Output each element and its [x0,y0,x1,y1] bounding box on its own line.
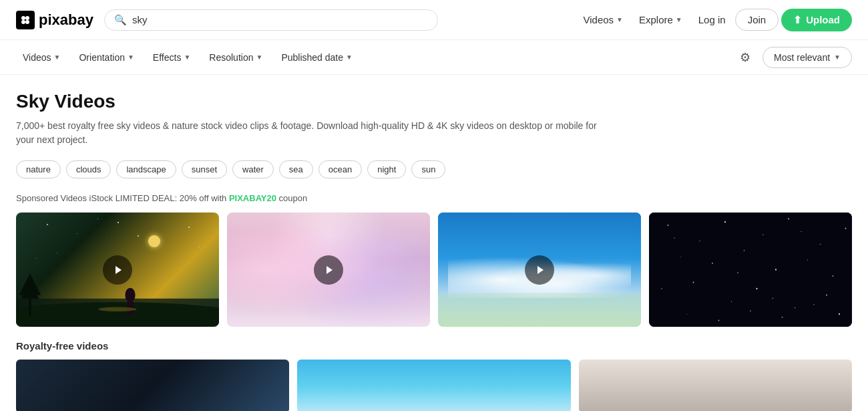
chevron-down-icon: ▼ [128,53,134,61]
svg-point-40 [839,313,840,315]
svg-point-33 [795,307,796,309]
svg-point-35 [686,313,687,314]
tag-ocean[interactable]: ocean [318,160,362,178]
tag-landscape[interactable]: landscape [116,160,176,178]
svg-point-29 [661,288,662,289]
play-icon [322,264,335,276]
chevron-down-icon: ▼ [256,53,262,61]
search-input[interactable] [132,14,428,25]
svg-point-5 [16,302,219,327]
header-nav: Videos ▼ Explore ▼ Log in Join ⬆ Upload [576,9,852,31]
svg-point-2 [21,20,25,24]
svg-point-22 [845,228,847,229]
main-content: Sky Videos 7,000+ best royalty free sky … [0,75,868,411]
tag-sun[interactable]: sun [411,160,445,178]
ground-layer [438,293,641,327]
sponsored-bar: Sponsored Videos iStock LIMITED DEAL: 20… [16,193,852,203]
tags-container: nature clouds landscape sunset water sea… [16,160,852,178]
tag-sunset[interactable]: sunset [182,160,227,178]
nav-videos[interactable]: Videos ▼ [576,10,630,29]
video-grid: View more ↗ [16,213,852,327]
page-description: 7,000+ best royalty free sky videos & na… [16,119,617,147]
sort-button[interactable]: Most relevant ▼ [763,47,852,68]
play-icon [533,264,546,276]
filter-published-date[interactable]: Published date ▼ [274,48,359,67]
video-card-1[interactable] [16,213,219,327]
chevron-down-icon: ▼ [346,53,353,61]
nav-login[interactable]: Log in [692,10,732,29]
svg-point-41 [674,237,675,239]
svg-point-21 [820,244,821,245]
chevron-down-icon: ▼ [184,53,190,61]
tag-clouds[interactable]: clouds [66,160,112,178]
svg-point-11 [99,307,137,311]
logo[interactable]: pixabay [16,11,93,29]
filter-effects[interactable]: Effects ▼ [146,48,197,67]
starfield [649,213,852,327]
coupon-link[interactable]: PIXABAY20 [229,193,276,203]
moon [148,235,160,247]
svg-point-31 [731,301,732,301]
video-card-2[interactable] [227,213,430,327]
video-card-3[interactable] [438,213,641,327]
svg-point-42 [737,272,738,273]
tag-sea[interactable]: sea [279,160,313,178]
tag-night[interactable]: night [367,160,406,178]
logo-text: pixabay [39,11,93,29]
chevron-down-icon: ▼ [54,53,61,61]
preview-card-1[interactable] [16,360,289,411]
svg-rect-15 [649,213,852,327]
preview-card-3[interactable] [579,360,852,411]
svg-point-23 [680,257,681,257]
svg-marker-13 [327,266,333,274]
filter-resolution[interactable]: Resolution ▼ [202,48,269,67]
svg-marker-14 [537,266,544,274]
header: pixabay 🔍 Videos ▼ Explore ▼ Log in Join… [0,0,868,40]
filter-orientation[interactable]: Orientation ▼ [72,48,140,67]
svg-point-0 [21,16,25,20]
preview-strip [16,360,852,411]
filter-bar: Videos ▼ Orientation ▼ Effects ▼ Resolut… [0,40,868,75]
play-button-2[interactable] [314,255,343,285]
svg-point-1 [25,16,29,20]
settings-icon[interactable]: ⚙ [733,46,757,69]
svg-point-34 [826,295,827,296]
svg-point-18 [724,221,726,223]
play-button-3[interactable] [525,255,554,285]
svg-point-44 [772,297,773,299]
svg-point-9 [125,287,135,301]
svg-point-32 [756,288,757,289]
chevron-down-icon: ▼ [834,53,841,61]
logo-icon [16,11,35,29]
section-label: Royalty-free videos [16,340,852,352]
filter-videos[interactable]: Videos ▼ [16,48,67,67]
tag-water[interactable]: water [232,160,274,178]
royalty-free-section: Royalty-free videos [16,340,852,411]
nav-explore[interactable]: Explore ▼ [632,10,689,29]
svg-point-19 [763,235,763,235]
svg-point-43 [801,231,801,232]
svg-marker-12 [116,266,122,274]
svg-point-39 [813,304,814,305]
svg-point-20 [788,219,789,220]
page-title: Sky Videos [16,91,852,112]
join-button[interactable]: Join [735,9,779,31]
tag-nature[interactable]: nature [16,160,61,178]
video-card-4[interactable]: View more ↗ [649,213,852,327]
svg-point-30 [693,282,694,283]
svg-point-25 [744,250,745,251]
svg-point-24 [712,263,713,264]
svg-point-26 [775,269,777,270]
upload-icon: ⬆ [793,14,802,26]
svg-point-36 [718,320,720,321]
chevron-down-icon: ▼ [616,16,623,23]
play-icon [112,264,124,276]
search-bar: 🔍 [104,9,438,31]
stars-svg [649,213,852,327]
upload-button[interactable]: ⬆ Upload [781,9,852,31]
svg-point-38 [782,317,783,318]
chevron-down-icon: ▼ [676,16,682,23]
svg-point-27 [807,260,808,261]
preview-card-2[interactable] [297,360,570,411]
play-button-1[interactable] [103,255,132,285]
